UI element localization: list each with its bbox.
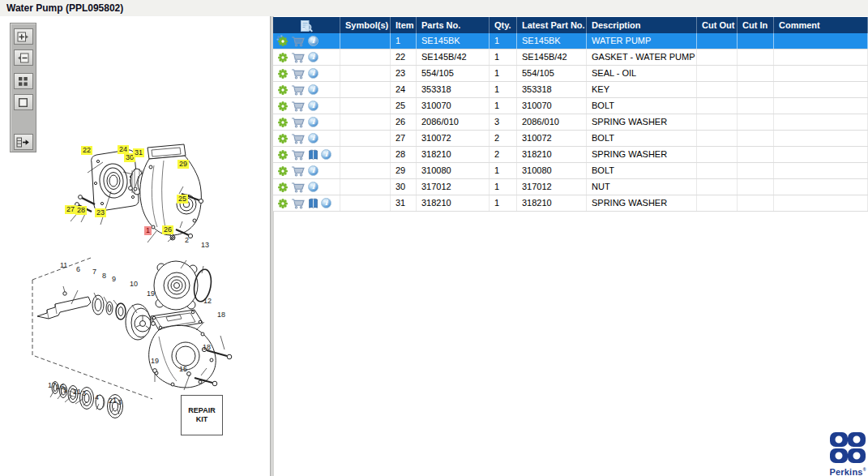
table-row-item-1[interactable]: i1SE145BK1SE145BKWATER PUMP	[273, 33, 868, 49]
cart-icon[interactable]	[291, 133, 306, 144]
info-icon[interactable]: i	[308, 165, 319, 176]
cut_out-cell	[697, 131, 738, 146]
symbols-cell	[340, 131, 391, 146]
symbols-cell	[340, 195, 391, 211]
column-header-symbol-s[interactable]: Symbol(s)	[340, 17, 391, 33]
icons-cell: i	[273, 195, 340, 211]
item-cell: 29	[391, 163, 417, 178]
latest_part_no-cell: SE145BK	[517, 33, 587, 49]
table-row-item-27[interactable]: i273100722310072BOLT	[273, 131, 868, 147]
description-cell: SPRING WASHER	[587, 147, 697, 162]
column-header-icons[interactable]	[273, 17, 340, 33]
cut_in-cell	[738, 66, 774, 81]
gear-icon[interactable]	[276, 148, 289, 161]
book-icon[interactable]	[308, 149, 319, 161]
cart-icon[interactable]	[291, 68, 306, 79]
comment-cell	[774, 82, 868, 97]
gear-icon[interactable]	[276, 165, 289, 177]
cart-icon[interactable]	[291, 117, 306, 128]
info-icon[interactable]: i	[308, 182, 319, 192]
column-header-comment[interactable]: Comment	[774, 17, 868, 33]
comment-cell	[774, 114, 868, 130]
table-header-row: Symbol(s)ItemParts No.Qty.Latest Part No…	[273, 17, 868, 33]
table-row-item-25[interactable]: i253100701310070BOLT	[273, 98, 868, 114]
table-row-item-28[interactable]: i283182102318210SPRING WASHER	[273, 147, 868, 163]
qty-cell: 2	[490, 131, 517, 146]
table-row-item-30[interactable]: i303170121317012NUT	[273, 179, 868, 195]
cut_out-cell	[697, 82, 738, 97]
gear-icon[interactable]	[276, 116, 289, 128]
parts_no-cell: 554/105	[417, 66, 490, 81]
perkins-logo-icon	[830, 432, 866, 463]
book-icon[interactable]	[308, 198, 319, 209]
table-row-item-22[interactable]: i22SE145B/421SE145B/42GASKET - WATER PUM…	[273, 49, 868, 66]
table-row-item-29[interactable]: i293100801310080BOLT	[273, 163, 868, 179]
item-cell: 1	[391, 33, 417, 49]
item-cell: 30	[391, 179, 417, 195]
info-icon[interactable]: i	[308, 68, 319, 79]
cart-icon[interactable]	[291, 149, 306, 161]
info-icon[interactable]: i	[308, 84, 319, 95]
perkins-wordmark: Perkins	[829, 467, 862, 476]
column-header-latest-part-no[interactable]: Latest Part No.	[517, 17, 587, 33]
cart-icon[interactable]	[291, 101, 306, 112]
cart-icon[interactable]	[291, 84, 306, 96]
cart-icon[interactable]	[291, 198, 306, 209]
cut_in-cell	[738, 131, 774, 146]
qty-cell: 1	[490, 33, 517, 49]
cart-icon[interactable]	[291, 182, 306, 193]
column-header-cut-out[interactable]: Cut Out	[697, 17, 738, 33]
cut_in-cell	[738, 163, 774, 178]
latest_part_no-cell: 318210	[517, 195, 587, 211]
column-header-description[interactable]: Description	[587, 17, 697, 33]
latest_part_no-cell: 2086/010	[517, 114, 587, 130]
item-cell: 31	[391, 195, 417, 211]
gear-icon[interactable]	[276, 100, 289, 112]
latest_part_no-cell: 353318	[517, 82, 587, 97]
column-header-qty[interactable]: Qty.	[490, 17, 517, 33]
parts_no-cell: SE145BK	[417, 33, 490, 49]
table-row-item-23[interactable]: i23554/1051554/105SEAL - OIL	[273, 66, 868, 82]
gear-selected-icon[interactable]	[276, 35, 289, 47]
cut_out-cell	[697, 179, 738, 195]
gear-icon[interactable]	[276, 197, 289, 209]
table-row-item-31[interactable]: i313182101318210SPRING WASHER	[273, 195, 868, 212]
latest_part_no-cell: SE145B/42	[517, 49, 587, 65]
gear-icon[interactable]	[276, 51, 289, 63]
icons-cell: i	[273, 147, 340, 162]
title-bar: Water Pump (PPL095802)	[0, 0, 868, 16]
info-icon[interactable]: i	[308, 101, 319, 111]
description-cell: BOLT	[587, 131, 697, 146]
gear-icon[interactable]	[276, 181, 289, 193]
item-cell: 24	[391, 82, 417, 97]
comment-cell	[774, 33, 868, 49]
info-icon[interactable]: i	[308, 52, 319, 62]
column-header-item[interactable]: Item	[391, 17, 417, 33]
parts-table: Symbol(s)ItemParts No.Qty.Latest Part No…	[273, 17, 868, 212]
cart-icon[interactable]	[291, 36, 306, 47]
page-title: Water Pump (PPL095802)	[6, 2, 123, 14]
description-cell: SPRING WASHER	[587, 114, 697, 130]
parts_no-cell: 318210	[417, 147, 490, 162]
info-icon[interactable]: i	[308, 117, 319, 127]
diagram-panel: REPAIR KIT	[0, 16, 270, 476]
icons-cell: i	[273, 98, 340, 114]
comment-cell	[774, 49, 868, 65]
gear-icon[interactable]	[276, 132, 289, 144]
cut_in-cell	[738, 49, 774, 65]
info-icon[interactable]: i	[308, 36, 319, 46]
repair-kit-line1: REPAIR	[188, 406, 215, 415]
column-header-cut-in[interactable]: Cut In	[738, 17, 774, 33]
cart-icon[interactable]	[291, 52, 306, 63]
info-icon[interactable]: i	[321, 198, 331, 208]
column-header-parts-no[interactable]: Parts No.	[417, 17, 490, 33]
gear-icon[interactable]	[276, 67, 289, 79]
gear-icon[interactable]	[276, 84, 289, 96]
table-row-item-24[interactable]: i243533181353318KEY	[273, 82, 868, 98]
table-row-item-26[interactable]: i262086/01032086/010SPRING WASHER	[273, 114, 868, 131]
cart-icon[interactable]	[291, 165, 306, 177]
parts_no-cell: 310072	[417, 131, 490, 146]
info-icon[interactable]: i	[321, 149, 331, 160]
info-icon[interactable]: i	[308, 133, 319, 144]
comment-cell	[774, 195, 868, 211]
